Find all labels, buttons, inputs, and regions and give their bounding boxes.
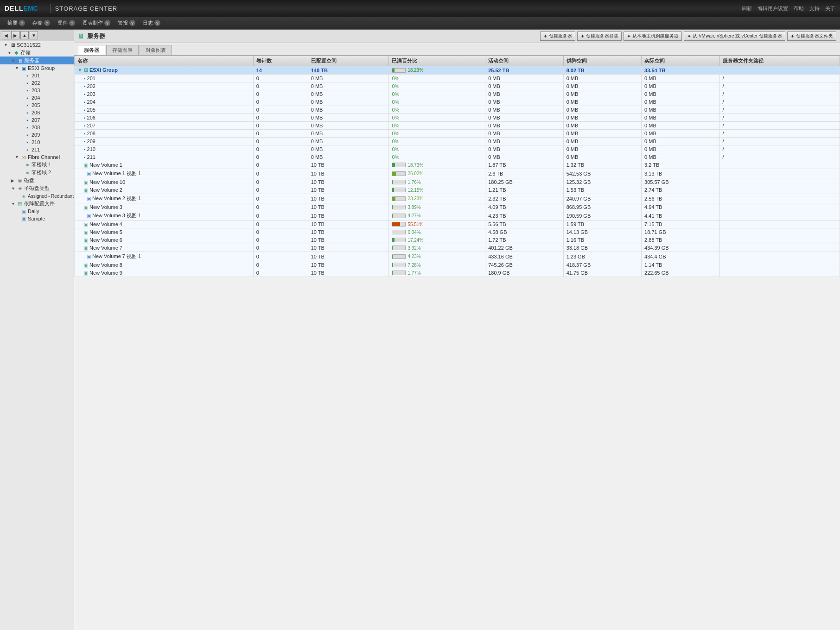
table-row[interactable]: ▪20400 MB0%0 MB0 MB0 MB/ [75, 98, 840, 106]
table-row[interactable]: ▣New Volume 1 视图 1010 TB26.02%2.6 TB542.… [75, 169, 840, 178]
table-row[interactable]: ▪20700 MB0%0 MB0 MB0 MB/ [75, 122, 840, 130]
row-name-text[interactable]: New Volume 1 视图 1 [92, 170, 141, 176]
table-row[interactable]: ▣New Volume 7 视图 1010 TB4.23%433.16 GB1.… [75, 252, 840, 261]
table-row[interactable]: ▪20900 MB0%0 MB0 MB0 MB/ [75, 138, 840, 145]
table-row[interactable]: ▣New Volume 4010 TB55.51%5.56 TB1.59 TB7… [75, 220, 840, 228]
pct-text: 0% [392, 139, 399, 144]
table-row[interactable]: ▣New Volume 7010 TB3.92%401.22 GB33.18 G… [75, 244, 840, 252]
table-row[interactable]: ▣New Volume 8010 TB7.28%745.26 GB418.37 … [75, 261, 840, 269]
nav-back-button[interactable]: ◀ [2, 31, 10, 39]
about-action[interactable]: 关于 [825, 5, 835, 12]
create-from-vmware-button[interactable]: ✦ 从 VMware vSphere 或 vCenter 创建服务器 [684, 32, 785, 41]
create-server-button[interactable]: ✦ 创建服务器 [540, 32, 575, 41]
table-row[interactable]: ▣New Volume 6010 TB17.24%1.72 TB1.16 TB2… [75, 236, 840, 244]
row-name-text[interactable]: New Volume 9 [89, 270, 122, 276]
table-row[interactable]: ▪20600 MB0%0 MB0 MB0 MB/ [75, 114, 840, 122]
create-server-group-button[interactable]: ✦ 创建服务器群集 [577, 32, 622, 41]
row-name-text[interactable]: New Volume 8 [89, 262, 122, 268]
tree-item-201[interactable]: ▪ 201 [0, 72, 74, 79]
refresh-action[interactable]: 刷新 [742, 5, 752, 12]
alerts-help-icon[interactable]: ? [129, 20, 135, 26]
nav-forward-button[interactable]: ▶ [11, 31, 19, 39]
tree-item-202[interactable]: ▪ 202 [0, 79, 74, 87]
cell-provisioned: 1.16 TB [563, 236, 641, 244]
tree-item-disktype[interactable]: ▼ ◈ 子磁盘类型 [0, 184, 74, 192]
tree-item-storage[interactable]: ▼ ◆ 存储 [0, 49, 74, 57]
cell-count: 0 [253, 252, 308, 261]
tree-item-sc311522[interactable]: ▼ 🖥 SC311522 [0, 41, 74, 49]
table-row[interactable]: ▪20300 MB0%0 MB0 MB0 MB/ [75, 90, 840, 98]
tree-item-208[interactable]: ▪ 208 [0, 124, 74, 131]
support-action[interactable]: 支持 [809, 5, 820, 12]
summary-help-icon[interactable]: ? [19, 20, 25, 26]
table-row[interactable]: ▣New Volume 1010 TB18.73%1.87 TB1.32 TB3… [75, 161, 840, 169]
tab-servers[interactable]: 服务器 [78, 45, 105, 55]
logs-help-icon[interactable]: ? [154, 20, 160, 26]
tree-item-211[interactable]: ▪ 211 [0, 146, 74, 153]
table-row[interactable]: ▪21100 MB0%0 MB0 MB0 MB/ [75, 153, 840, 161]
row-name-text[interactable]: New Volume 7 视图 1 [92, 253, 141, 259]
hardware-help-icon[interactable]: ? [69, 20, 75, 26]
user-settings-action[interactable]: 编辑用户设置 [757, 5, 788, 12]
nav-storage[interactable]: 存储 ? [29, 19, 54, 27]
table-row[interactable]: ▣New Volume 10010 TB1.76%180.25 GB125.32… [75, 178, 840, 186]
table-row[interactable]: ▼⊞ESXi Group14140 TB18.23%25.52 TB8.02 T… [75, 66, 840, 75]
row-name-text[interactable]: New Volume 4 [89, 221, 122, 227]
row-name-text[interactable]: New Volume 7 [89, 245, 122, 251]
create-from-local-button[interactable]: ✦ 从本地主机创建服务器 [624, 32, 682, 41]
tree-item-205[interactable]: ▪ 205 [0, 101, 74, 109]
nav-hardware[interactable]: 硬件 ? [54, 19, 79, 27]
tree-item-profiles[interactable]: ▼ ▤ 依阵配置文件 [0, 200, 74, 208]
table-row[interactable]: ▣New Volume 9010 TB1.77%180.9 GB41.75 GB… [75, 269, 840, 277]
tree-item-sample[interactable]: ▣ Sample [0, 215, 74, 222]
tree-item-disks[interactable]: ▶ ◉ 磁盘 [0, 176, 74, 184]
table-row[interactable]: ▪20500 MB0%0 MB0 MB0 MB/ [75, 106, 840, 114]
row-name-text[interactable]: ESXi Group [89, 67, 118, 73]
tree-item-fibre[interactable]: ▼ ⋈ Fibre Channel [0, 153, 74, 161]
tab-storage-chart[interactable]: 存储图表 [106, 45, 139, 55]
row-name-text[interactable]: New Volume 1 [89, 162, 122, 168]
row-name-text[interactable]: New Volume 2 视图 1 [92, 195, 141, 201]
group-expand-icon[interactable]: ▼ [77, 67, 83, 73]
tree-item-207[interactable]: ▪ 207 [0, 116, 74, 124]
nav-alerts[interactable]: 警报 ? [114, 19, 139, 27]
table-row[interactable]: ▣New Volume 3 视图 1010 TB4.27%4.23 TB190.… [75, 211, 840, 220]
table-row[interactable]: ▪20800 MB0%0 MB0 MB0 MB/ [75, 130, 840, 138]
tree-item-zone2[interactable]: ■ 零楼域 2 [0, 169, 74, 176]
storage-help-icon[interactable]: ? [44, 20, 50, 26]
tree-item-zone1[interactable]: ■ 零楼域 1 [0, 161, 74, 169]
nav-logs[interactable]: 日志 ? [139, 19, 164, 27]
table-row[interactable]: ▣New Volume 3010 TB3.89%4.09 TB868.95 GB… [75, 203, 840, 211]
row-name-text[interactable]: New Volume 6 [89, 237, 122, 243]
help-action[interactable]: 帮助 [794, 5, 804, 12]
table-row[interactable]: ▣New Volume 2 视图 1010 TB23.23%2.32 TB240… [75, 194, 840, 203]
charts-help-icon[interactable]: ? [104, 20, 110, 26]
row-name-text[interactable]: New Volume 3 [89, 204, 122, 210]
tree-item-esxi[interactable]: ▼ ▣ ESXi Group [0, 64, 74, 72]
row-name-text[interactable]: New Volume 3 视图 1 [92, 213, 141, 218]
table-row[interactable]: ▪20200 MB0%0 MB0 MB0 MB/ [75, 82, 840, 90]
create-server-folder-button[interactable]: ✦ 创建服务器文件夹 [787, 32, 836, 41]
tree-item-204[interactable]: ▪ 204 [0, 94, 74, 101]
table-row[interactable]: ▣New Volume 2010 TB12.15%1.21 TB1.53 TB2… [75, 186, 840, 194]
tree-item-assigned[interactable]: ◈ Assigned - Redundant - 512 KB [0, 192, 74, 200]
cell-pct: 0% [389, 153, 485, 161]
nav-down-button[interactable]: ▼ [30, 31, 38, 39]
tree-item-209[interactable]: ▪ 209 [0, 131, 74, 139]
row-name-text[interactable]: New Volume 2 [89, 187, 122, 193]
cell-path [719, 261, 840, 269]
tree-item-203[interactable]: ▪ 203 [0, 87, 74, 94]
tree-item-206[interactable]: ▪ 206 [0, 109, 74, 116]
nav-up-button[interactable]: ▲ [20, 31, 29, 39]
tree-item-servers[interactable]: ▼ 🖥 服务器 [0, 57, 74, 64]
nav-summary[interactable]: 摘要 ? [4, 19, 29, 27]
tree-item-210[interactable]: ▪ 210 [0, 139, 74, 146]
tab-object-chart[interactable]: 对象图表 [140, 45, 172, 55]
table-row[interactable]: ▣New Volume 5010 TB0.04%4.58 GB14.13 GB1… [75, 228, 840, 236]
row-name-text[interactable]: New Volume 5 [89, 229, 122, 235]
table-row[interactable]: ▪20100 MB0%0 MB0 MB0 MB/ [75, 75, 840, 82]
row-name-text[interactable]: New Volume 10 [89, 179, 125, 185]
nav-charts[interactable]: 图表制作 ? [79, 19, 114, 27]
tree-item-daily[interactable]: ▣ Daily [0, 208, 74, 215]
table-row[interactable]: ▪21000 MB0%0 MB0 MB0 MB/ [75, 145, 840, 153]
